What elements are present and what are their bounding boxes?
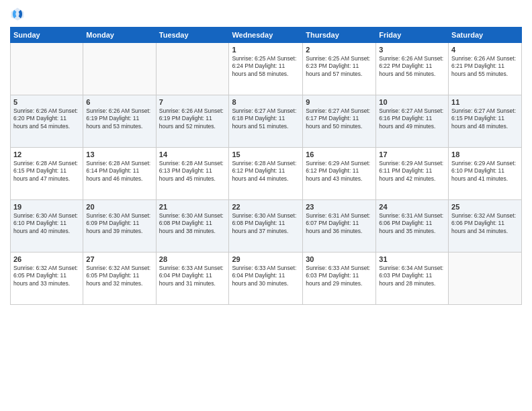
calendar-cell: 16Sunrise: 6:29 AM Sunset: 6:12 PM Dayli…: [303, 148, 376, 200]
day-info: Sunrise: 6:26 AM Sunset: 6:21 PM Dayligh…: [451, 55, 519, 78]
calendar-cell: 9Sunrise: 6:27 AM Sunset: 6:17 PM Daylig…: [303, 95, 376, 148]
weekday-header-monday: Monday: [83, 28, 156, 43]
day-info: Sunrise: 6:30 AM Sunset: 6:08 PM Dayligh…: [232, 212, 300, 235]
logo: [10, 7, 28, 21]
calendar-cell: [11, 43, 83, 95]
day-number: 10: [379, 98, 445, 106]
calendar-cell: 17Sunrise: 6:29 AM Sunset: 6:11 PM Dayli…: [376, 148, 449, 200]
calendar-cell: 5Sunrise: 6:26 AM Sunset: 6:20 PM Daylig…: [11, 95, 83, 148]
day-number: 5: [13, 98, 80, 106]
day-info: Sunrise: 6:26 AM Sunset: 6:19 PM Dayligh…: [159, 107, 226, 130]
day-number: 19: [13, 203, 80, 211]
day-info: Sunrise: 6:28 AM Sunset: 6:12 PM Dayligh…: [232, 160, 300, 183]
calendar-week-2: 5Sunrise: 6:26 AM Sunset: 6:20 PM Daylig…: [11, 95, 522, 148]
day-number: 28: [159, 255, 226, 263]
calendar-cell: 18Sunrise: 6:29 AM Sunset: 6:10 PM Dayli…: [449, 148, 522, 200]
day-info: Sunrise: 6:33 AM Sunset: 6:03 PM Dayligh…: [306, 265, 373, 287]
day-number: 3: [379, 46, 445, 54]
day-number: 26: [13, 255, 80, 263]
weekday-header-friday: Friday: [376, 28, 449, 43]
calendar-cell: 27Sunrise: 6:32 AM Sunset: 6:05 PM Dayli…: [83, 253, 156, 305]
calendar-cell: 12Sunrise: 6:28 AM Sunset: 6:15 PM Dayli…: [11, 148, 83, 200]
day-info: Sunrise: 6:26 AM Sunset: 6:22 PM Dayligh…: [379, 55, 445, 78]
weekday-header-tuesday: Tuesday: [156, 28, 229, 43]
day-info: Sunrise: 6:32 AM Sunset: 6:05 PM Dayligh…: [86, 265, 152, 287]
calendar-cell: [83, 43, 156, 95]
day-info: Sunrise: 6:32 AM Sunset: 6:05 PM Dayligh…: [13, 265, 80, 287]
day-number: 9: [306, 98, 373, 106]
day-number: 16: [306, 150, 373, 158]
day-number: 27: [86, 255, 152, 263]
calendar-cell: [156, 43, 229, 95]
day-number: 13: [86, 150, 152, 158]
weekday-header-saturday: Saturday: [449, 28, 522, 43]
calendar-cell: 24Sunrise: 6:31 AM Sunset: 6:06 PM Dayli…: [376, 200, 449, 253]
day-number: 29: [232, 255, 300, 263]
day-number: 25: [451, 203, 519, 211]
day-info: Sunrise: 6:31 AM Sunset: 6:07 PM Dayligh…: [306, 212, 373, 235]
calendar-cell: 7Sunrise: 6:26 AM Sunset: 6:19 PM Daylig…: [156, 95, 229, 148]
day-number: 11: [451, 98, 519, 106]
day-info: Sunrise: 6:33 AM Sunset: 6:04 PM Dayligh…: [159, 265, 226, 287]
day-info: Sunrise: 6:25 AM Sunset: 6:24 PM Dayligh…: [232, 55, 300, 78]
day-number: 20: [86, 203, 152, 211]
calendar-cell: 21Sunrise: 6:30 AM Sunset: 6:08 PM Dayli…: [156, 200, 229, 253]
day-number: 4: [451, 46, 519, 54]
day-info: Sunrise: 6:29 AM Sunset: 6:12 PM Dayligh…: [306, 160, 373, 183]
calendar-cell: 3Sunrise: 6:26 AM Sunset: 6:22 PM Daylig…: [376, 43, 449, 95]
day-number: 22: [232, 203, 300, 211]
logo-icon: [10, 7, 25, 21]
weekday-header-row: SundayMondayTuesdayWednesdayThursdayFrid…: [11, 28, 522, 43]
weekday-header-wednesday: Wednesday: [229, 28, 303, 43]
day-number: 12: [13, 150, 80, 158]
calendar-week-4: 19Sunrise: 6:30 AM Sunset: 6:10 PM Dayli…: [11, 200, 522, 253]
day-number: 8: [232, 98, 300, 106]
day-number: 7: [159, 98, 226, 106]
day-number: 15: [232, 150, 300, 158]
calendar-cell: 8Sunrise: 6:27 AM Sunset: 6:18 PM Daylig…: [229, 95, 303, 148]
calendar-cell: 14Sunrise: 6:28 AM Sunset: 6:13 PM Dayli…: [156, 148, 229, 200]
calendar-cell: [449, 253, 522, 305]
page: SundayMondayTuesdayWednesdayThursdayFrid…: [0, 0, 532, 411]
day-info: Sunrise: 6:29 AM Sunset: 6:10 PM Dayligh…: [451, 160, 519, 183]
calendar-cell: 1Sunrise: 6:25 AM Sunset: 6:24 PM Daylig…: [229, 43, 303, 95]
day-info: Sunrise: 6:27 AM Sunset: 6:15 PM Dayligh…: [451, 107, 519, 130]
day-info: Sunrise: 6:26 AM Sunset: 6:19 PM Dayligh…: [86, 107, 152, 130]
calendar-cell: 13Sunrise: 6:28 AM Sunset: 6:14 PM Dayli…: [83, 148, 156, 200]
day-info: Sunrise: 6:28 AM Sunset: 6:15 PM Dayligh…: [13, 160, 80, 183]
day-number: 23: [306, 203, 373, 211]
day-info: Sunrise: 6:25 AM Sunset: 6:23 PM Dayligh…: [306, 55, 373, 78]
day-number: 6: [86, 98, 152, 106]
day-number: 24: [379, 203, 445, 211]
calendar-cell: 10Sunrise: 6:27 AM Sunset: 6:16 PM Dayli…: [376, 95, 449, 148]
day-number: 31: [379, 255, 445, 263]
day-info: Sunrise: 6:29 AM Sunset: 6:11 PM Dayligh…: [379, 160, 445, 183]
calendar-table: SundayMondayTuesdayWednesdayThursdayFrid…: [10, 27, 522, 305]
day-info: Sunrise: 6:27 AM Sunset: 6:16 PM Dayligh…: [379, 107, 445, 130]
calendar-week-5: 26Sunrise: 6:32 AM Sunset: 6:05 PM Dayli…: [11, 253, 522, 305]
calendar-cell: 23Sunrise: 6:31 AM Sunset: 6:07 PM Dayli…: [303, 200, 376, 253]
day-info: Sunrise: 6:30 AM Sunset: 6:10 PM Dayligh…: [13, 212, 80, 235]
calendar-cell: 30Sunrise: 6:33 AM Sunset: 6:03 PM Dayli…: [303, 253, 376, 305]
day-info: Sunrise: 6:31 AM Sunset: 6:06 PM Dayligh…: [379, 212, 445, 235]
day-number: 30: [306, 255, 373, 263]
day-info: Sunrise: 6:27 AM Sunset: 6:17 PM Dayligh…: [306, 107, 373, 130]
day-number: 17: [379, 150, 445, 158]
day-info: Sunrise: 6:27 AM Sunset: 6:18 PM Dayligh…: [232, 107, 300, 130]
calendar-cell: 25Sunrise: 6:32 AM Sunset: 6:06 PM Dayli…: [449, 200, 522, 253]
day-info: Sunrise: 6:28 AM Sunset: 6:13 PM Dayligh…: [159, 160, 226, 183]
day-number: 1: [232, 46, 300, 54]
calendar-cell: 6Sunrise: 6:26 AM Sunset: 6:19 PM Daylig…: [83, 95, 156, 148]
calendar-cell: 22Sunrise: 6:30 AM Sunset: 6:08 PM Dayli…: [229, 200, 303, 253]
day-info: Sunrise: 6:34 AM Sunset: 6:03 PM Dayligh…: [379, 265, 445, 287]
day-info: Sunrise: 6:33 AM Sunset: 6:04 PM Dayligh…: [232, 265, 300, 287]
day-info: Sunrise: 6:28 AM Sunset: 6:14 PM Dayligh…: [86, 160, 152, 183]
weekday-header-sunday: Sunday: [11, 28, 83, 43]
calendar-week-3: 12Sunrise: 6:28 AM Sunset: 6:15 PM Dayli…: [11, 148, 522, 200]
calendar-cell: 29Sunrise: 6:33 AM Sunset: 6:04 PM Dayli…: [229, 253, 303, 305]
day-info: Sunrise: 6:30 AM Sunset: 6:08 PM Dayligh…: [159, 212, 226, 235]
calendar-cell: 4Sunrise: 6:26 AM Sunset: 6:21 PM Daylig…: [449, 43, 522, 95]
day-number: 14: [159, 150, 226, 158]
day-info: Sunrise: 6:26 AM Sunset: 6:20 PM Dayligh…: [13, 107, 80, 130]
calendar-week-1: 1Sunrise: 6:25 AM Sunset: 6:24 PM Daylig…: [11, 43, 522, 95]
